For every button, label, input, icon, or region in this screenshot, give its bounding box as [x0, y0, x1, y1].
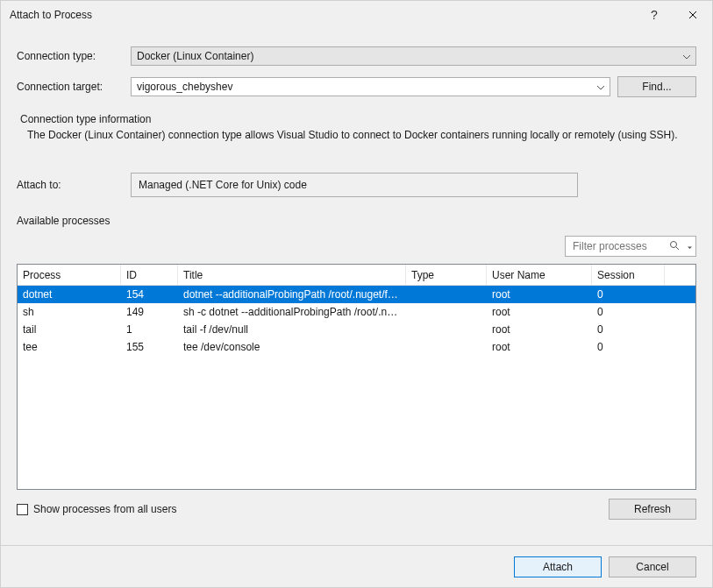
table-row[interactable]: tee155tee /dev/consoleroot0	[18, 338, 695, 356]
cell: dotnet --additionalProbingPath /root/.nu…	[178, 288, 406, 301]
connection-target-label: Connection target:	[17, 81, 131, 93]
connection-info-section: Connection type information The Docker (…	[17, 108, 696, 166]
cell: root	[487, 288, 592, 301]
show-all-users-checkbox[interactable]: Show processes from all users	[17, 503, 176, 515]
cell: 1	[121, 323, 178, 336]
window-title: Attach to Process	[10, 9, 635, 21]
cell: 0	[592, 306, 665, 318]
chevron-down-icon[interactable]	[688, 240, 692, 252]
cell: root	[487, 341, 592, 353]
cell: 155	[121, 341, 178, 353]
cell: tail -f /dev/null	[178, 323, 406, 336]
attach-to-value: Managed (.NET Core for Unix) code	[139, 179, 307, 191]
connection-type-select[interactable]: Docker (Linux Container)	[131, 46, 696, 66]
cell: dotnet	[18, 288, 121, 301]
filter-processes-textbox[interactable]	[571, 239, 706, 253]
connection-type-value: Docker (Linux Container)	[137, 50, 253, 62]
chevron-down-icon	[683, 50, 690, 62]
col-process[interactable]: Process	[18, 265, 121, 285]
available-processes-label: Available processes	[17, 215, 696, 227]
col-user[interactable]: User Name	[487, 265, 592, 285]
dialog-footer: Attach Cancel	[1, 545, 712, 587]
connection-target-combo[interactable]: vigorous_chebyshev	[131, 77, 610, 96]
cell: 154	[121, 288, 178, 301]
col-title[interactable]: Title	[178, 265, 406, 285]
cell: sh	[18, 306, 121, 318]
checkbox-box	[17, 504, 28, 515]
connection-target-row: Connection target: vigorous_chebyshev Fi…	[17, 76, 696, 97]
find-button[interactable]: Find...	[617, 76, 696, 97]
refresh-button[interactable]: Refresh	[609, 499, 696, 520]
connection-type-label: Connection type:	[17, 50, 131, 62]
cell: root	[487, 306, 592, 318]
cell: root	[487, 323, 592, 336]
dialog-content: Connection type: Docker (Linux Container…	[1, 29, 712, 545]
show-all-users-label: Show processes from all users	[33, 503, 176, 515]
help-button[interactable]: ?	[635, 2, 674, 28]
attach-to-row: Attach to: Managed (.NET Core for Unix) …	[17, 173, 696, 197]
svg-point-0	[671, 241, 677, 247]
close-button[interactable]	[674, 2, 712, 28]
table-row[interactable]: tail1tail -f /dev/nullroot0	[18, 321, 695, 338]
cell: 0	[592, 288, 665, 301]
col-type[interactable]: Type	[406, 265, 487, 285]
close-icon	[688, 11, 697, 19]
cell: sh -c dotnet --additionalProbingPath /ro…	[178, 306, 406, 318]
titlebar: Attach to Process ?	[1, 1, 712, 29]
process-table-body: dotnet154dotnet --additionalProbingPath …	[18, 286, 695, 356]
cancel-button[interactable]: Cancel	[609, 556, 696, 577]
attach-to-process-dialog: Attach to Process ? Connection type: Doc…	[0, 0, 713, 588]
cell: 0	[592, 341, 665, 353]
table-row[interactable]: sh149sh -c dotnet --additionalProbingPat…	[18, 303, 695, 321]
cell: 0	[592, 323, 665, 336]
table-bottom-row: Show processes from all users Refresh	[17, 499, 696, 520]
cell: tail	[18, 323, 121, 336]
connection-info-text: The Docker (Linux Container) connection …	[20, 129, 693, 141]
search-icon	[669, 240, 680, 253]
cell: tee	[18, 341, 121, 353]
col-session[interactable]: Session	[592, 265, 665, 285]
connection-info-title: Connection type information	[20, 113, 693, 125]
attach-button[interactable]: Attach	[514, 556, 602, 577]
connection-type-row: Connection type: Docker (Linux Container…	[17, 46, 696, 66]
connection-target-value: vigorous_chebyshev	[137, 81, 232, 93]
attach-to-value-box: Managed (.NET Core for Unix) code	[131, 173, 578, 197]
col-id[interactable]: ID	[121, 265, 178, 285]
table-row[interactable]: dotnet154dotnet --additionalProbingPath …	[18, 286, 695, 303]
filter-row	[17, 236, 696, 257]
process-table-header: Process ID Title Type User Name Session	[18, 265, 695, 286]
cell: 149	[121, 306, 178, 318]
process-table[interactable]: Process ID Title Type User Name Session …	[17, 264, 696, 490]
filter-processes-input[interactable]	[565, 236, 696, 257]
chevron-down-icon	[597, 81, 604, 93]
attach-to-label: Attach to:	[17, 179, 131, 191]
cell: tee /dev/console	[178, 341, 406, 353]
